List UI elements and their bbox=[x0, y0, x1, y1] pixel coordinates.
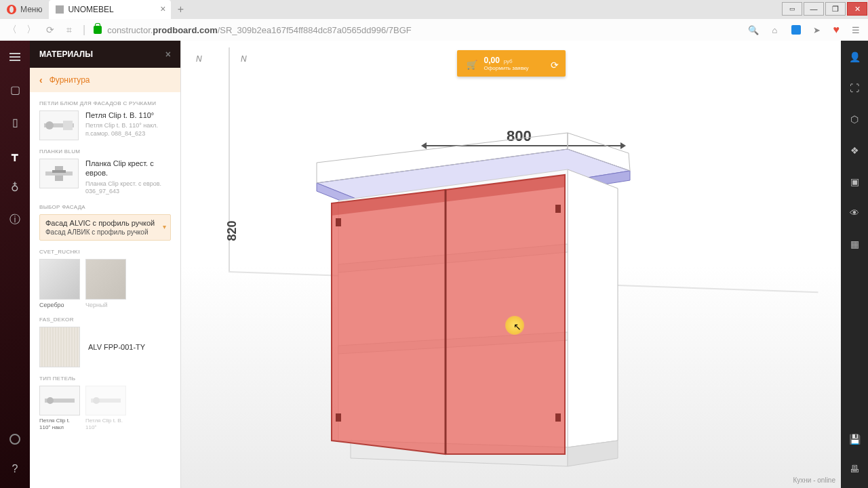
left-rail: ▢ ▯ ┳ ♁ ⓘ ? bbox=[0, 41, 30, 488]
cabinet-drawing bbox=[310, 129, 635, 468]
rail-materials-icon[interactable]: ┳ bbox=[8, 148, 22, 161]
planka-sub: Планка Clip крест. с евров. 036_97_643 bbox=[85, 180, 171, 196]
section-planki-label: ПЛАНКИ BLUM bbox=[39, 148, 171, 155]
rr-print-icon[interactable]: 🖶 bbox=[848, 462, 861, 476]
new-tab-button[interactable]: + bbox=[171, 0, 190, 19]
3d-viewport[interactable]: N N 800 820 bbox=[181, 41, 841, 488]
planka-card[interactable]: Планка Clip крест. с евров. Планка Clip … bbox=[39, 159, 171, 196]
svg-marker-15 bbox=[568, 169, 618, 447]
rail-help-icon[interactable]: ? bbox=[8, 462, 22, 476]
panel-body: ПЕТЛИ БЛЮМ ДЛЯ ФАСАДОВ С РУЧКАМИ Петля C… bbox=[30, 92, 180, 488]
easy-setup-icon[interactable]: ☰ bbox=[850, 24, 861, 35]
svg-rect-28 bbox=[555, 413, 561, 422]
nav-speed-dial-button[interactable]: ⌗ bbox=[64, 24, 75, 36]
dekor-row[interactable]: ALV FPP-001-TY bbox=[39, 327, 171, 367]
rail-tree-icon[interactable]: ♁ bbox=[8, 180, 22, 194]
heart-icon[interactable]: ♥ bbox=[833, 24, 840, 36]
rail-menu-icon[interactable] bbox=[8, 50, 22, 64]
menu-label: Меню bbox=[20, 5, 42, 14]
rail-catalog-icon[interactable]: ▯ bbox=[8, 115, 22, 129]
dimension-height-label: 820 bbox=[225, 220, 239, 241]
shield-icon[interactable] bbox=[791, 25, 801, 35]
rail-info-icon[interactable]: ⓘ bbox=[8, 213, 22, 226]
hinge-option-1[interactable]: Петля Clip t. 110° накл bbox=[39, 386, 80, 430]
section-hingetype-label: ТИП ПЕТЕЛЬ bbox=[39, 375, 171, 382]
rr-grid-icon[interactable]: ▦ bbox=[848, 237, 861, 251]
rail-plan-icon[interactable]: ▢ bbox=[8, 83, 22, 96]
url-pre: constructor. bbox=[107, 25, 153, 35]
footer-status: Кухни - online bbox=[793, 476, 835, 484]
rr-fullscreen-icon[interactable]: ⛶ bbox=[848, 81, 861, 95]
hinge-card[interactable]: Петля Clip t. B. 110° Петля Clip t. B. 1… bbox=[39, 110, 171, 140]
swatch-silver-box bbox=[39, 259, 80, 300]
svg-marker-22 bbox=[446, 175, 565, 454]
cursor-icon: ↖ bbox=[513, 321, 521, 332]
hinge-opt2-label: Петля Clip t. B. 110° bbox=[85, 418, 126, 430]
tab-close-icon[interactable]: × bbox=[160, 3, 165, 14]
opera-menu-button[interactable]: Меню bbox=[0, 0, 49, 19]
url-path: /SR_309b2ea167f54ff884dc87a0565dd996/7BG… bbox=[218, 25, 412, 35]
tab-title: UNOMEBEL bbox=[68, 5, 113, 14]
swatch-black-box bbox=[85, 259, 126, 300]
hinge-opt2-thumb bbox=[85, 386, 126, 415]
section-dekor-label: FAS_DEKOR bbox=[39, 317, 171, 323]
send-icon[interactable]: ➤ bbox=[812, 24, 823, 35]
panel-close-icon[interactable]: × bbox=[165, 49, 171, 60]
facade-line1: Фасад ALVIC с профиль ручкой bbox=[45, 219, 165, 227]
swatch-silver-label: Серебро bbox=[39, 302, 80, 308]
window-close-button[interactable]: ✕ bbox=[847, 2, 867, 16]
nav-back-button[interactable]: 〈 bbox=[7, 24, 18, 36]
address-bar[interactable]: constructor.prodboard.com/SR_309b2ea167f… bbox=[94, 25, 739, 35]
axis-n2: N bbox=[241, 54, 247, 64]
hinge-type-row: Петля Clip t. 110° накл Петля Clip t. B.… bbox=[39, 386, 171, 430]
swatch-silver[interactable]: Серебро bbox=[39, 259, 80, 308]
address-bar-row: 〈 〉 ⟳ ⌗ | constructor.prodboard.com/SR_3… bbox=[0, 19, 868, 41]
rr-user-icon[interactable]: 👤 bbox=[848, 50, 861, 64]
section-hinges-label: ПЕТЛИ БЛЮМ ДЛЯ ФАСАДОВ С РУЧКАМИ bbox=[39, 100, 171, 106]
svg-marker-21 bbox=[332, 190, 446, 454]
axis-n1: N bbox=[196, 54, 202, 64]
rr-3d-icon[interactable]: ⬡ bbox=[848, 113, 861, 126]
app: ▢ ▯ ┳ ♁ ⓘ ? МАТЕРИАЛЫ × ‹ Фурнитура ПЕТЛ… bbox=[0, 41, 868, 488]
nav-forward-button[interactable]: 〉 bbox=[26, 24, 37, 36]
rr-layers-icon[interactable]: ❖ bbox=[848, 144, 861, 157]
facade-selector[interactable]: Фасад ALVIC с профиль ручкой Фасад АЛВИК… bbox=[39, 214, 171, 241]
dekor-name: ALV FPP-001-TY bbox=[88, 343, 145, 351]
hinge-option-2[interactable]: Петля Clip t. B. 110° bbox=[85, 386, 126, 430]
rr-save-icon[interactable]: 💾 bbox=[848, 432, 861, 446]
addr-right-icons: 🔍 ⌂ ➤ ♥ ☰ bbox=[748, 24, 862, 36]
breadcrumb-back-icon[interactable]: ‹ bbox=[39, 75, 43, 85]
svg-point-9 bbox=[93, 397, 100, 404]
window-maximize-button[interactable]: ❐ bbox=[825, 2, 846, 16]
refresh-icon[interactable]: ⟳ bbox=[551, 60, 559, 70]
svg-point-7 bbox=[47, 397, 54, 404]
price-pill[interactable]: 🛒 0,00 руб Оформить заявку ⟳ bbox=[457, 50, 566, 77]
url-host: prodboard.com bbox=[153, 25, 217, 35]
facade-line2: Фасад АЛВИК с профиль ручкой bbox=[45, 228, 165, 236]
panel-breadcrumb[interactable]: ‹ Фурнитура bbox=[30, 68, 180, 92]
window-minimize-button[interactable]: — bbox=[804, 2, 824, 16]
rail-settings-icon[interactable] bbox=[8, 432, 22, 446]
chevron-down-icon: ▾ bbox=[163, 223, 166, 230]
cvet-swatches: Серебро Черный bbox=[39, 259, 171, 308]
price-amount: 0,00 bbox=[484, 56, 500, 65]
window-shade-button[interactable]: ▭ bbox=[782, 2, 802, 16]
swatch-black[interactable]: Черный bbox=[85, 259, 126, 308]
browser-tab[interactable]: UNOMEBEL × bbox=[49, 0, 171, 19]
svg-rect-25 bbox=[336, 218, 341, 226]
tab-bar: Меню UNOMEBEL × + ▭ — ❐ ✕ bbox=[0, 0, 868, 19]
order-label: Оформить заявку bbox=[484, 65, 553, 71]
hinge-thumb bbox=[39, 110, 79, 140]
svg-rect-5 bbox=[52, 170, 66, 173]
nav-reload-button[interactable]: ⟳ bbox=[45, 24, 56, 35]
search-icon[interactable]: 🔍 bbox=[748, 24, 759, 35]
price-currency: руб bbox=[504, 58, 513, 64]
opera-logo-icon bbox=[7, 5, 16, 14]
svg-rect-2 bbox=[63, 121, 73, 130]
rr-visibility-icon[interactable]: 👁 bbox=[848, 206, 861, 220]
hinge-opt1-thumb bbox=[39, 386, 80, 415]
svg-rect-26 bbox=[336, 413, 341, 422]
breadcrumb-label: Фурнитура bbox=[50, 75, 90, 85]
rr-measure-icon[interactable]: ▣ bbox=[848, 175, 861, 188]
snapshot-icon[interactable]: ⌂ bbox=[770, 24, 781, 35]
